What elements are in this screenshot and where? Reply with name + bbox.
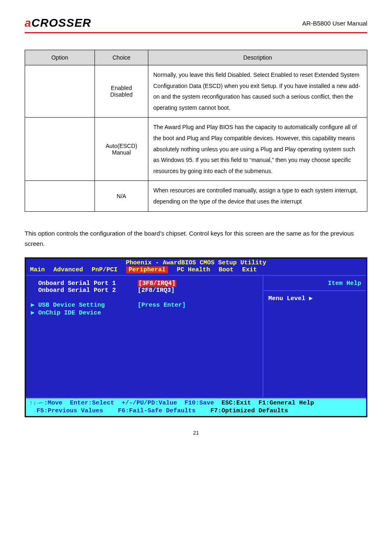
table-row: Auto(ESCD) Manual The Award Plug and Pla…: [25, 118, 367, 181]
cell-option: [25, 65, 95, 118]
bios-setting-row[interactable]: ▶ USB Device Setting[Press Enter]: [31, 301, 258, 309]
bios-menu-item[interactable]: Peripheral: [126, 266, 168, 273]
bios-item-help: Item Help: [268, 280, 361, 287]
cell-option: [25, 181, 95, 211]
logo: aCROSSER: [25, 16, 91, 30]
header-divider: [25, 32, 367, 33]
bios-setting-row[interactable]: ▶ OnChip IDE Device: [31, 309, 258, 317]
cell-choice: N/A: [95, 181, 148, 211]
bios-menu-item[interactable]: PnP/PCI: [92, 266, 118, 273]
bios-menu-item[interactable]: Exit: [242, 266, 257, 273]
page-number: 21: [25, 430, 367, 436]
bios-footer: ↑↓→←:Move Enter:Select +/-/PU/PD:Value F…: [26, 398, 366, 416]
product-title: AR-B5800 User Manual: [302, 20, 367, 27]
bios-title: Phoenix - AwardBIOS CMOS Setup Utility: [26, 259, 366, 266]
bios-menu-item[interactable]: Boot: [219, 266, 233, 273]
logo-rest: CROSSER: [32, 16, 91, 29]
bios-menu: Main Advanced PnP/PCI Peripheral PC Heal…: [26, 266, 366, 275]
bios-menu-item[interactable]: Advanced: [53, 266, 83, 273]
bios-help-divider: [263, 290, 366, 291]
col-choice: Choice: [95, 50, 148, 65]
col-description: Description: [148, 50, 367, 65]
bios-spacer: [31, 294, 258, 301]
cell-option: [25, 118, 95, 181]
bios-body: Onboard Serial Port 1[3F8/IRQ4] Onboard …: [26, 275, 366, 398]
bios-setting-row[interactable]: Onboard Serial Port 1[3F8/IRQ4]: [31, 280, 258, 287]
cell-desc: Normally, you leave this field Disabled.…: [148, 65, 367, 118]
bios-setting-row[interactable]: Onboard Serial Port 2[2F8/IRQ3]: [31, 287, 258, 294]
bios-menu-level: Menu Level ▶: [268, 294, 361, 302]
bios-help-panel: Item Help Menu Level ▶: [263, 276, 366, 398]
bios-menu-item[interactable]: Main: [30, 266, 45, 273]
cell-choice: Auto(ESCD) Manual: [95, 118, 148, 181]
logo-prefix: a: [25, 16, 32, 29]
bios-left-panel: Onboard Serial Port 1[3F8/IRQ4] Onboard …: [26, 276, 263, 398]
bios-menu-item[interactable]: PC Health: [177, 266, 210, 273]
spec-table: Option Choice Description Enabled Disabl…: [25, 50, 367, 212]
table-row: N/A When resources are controlled manual…: [25, 181, 367, 211]
col-option: Option: [25, 50, 95, 65]
cell-choice: Enabled Disabled: [95, 65, 148, 118]
cell-desc: The Award Plug and Play BIOS has the cap…: [148, 118, 367, 181]
table-row: Enabled Disabled Normally, you leave thi…: [25, 65, 367, 118]
body-paragraph: This option controls the configuration o…: [25, 228, 367, 249]
cell-desc: When resources are controlled manually, …: [148, 181, 367, 211]
bios-screen: Phoenix - AwardBIOS CMOS Setup Utility M…: [25, 257, 367, 417]
